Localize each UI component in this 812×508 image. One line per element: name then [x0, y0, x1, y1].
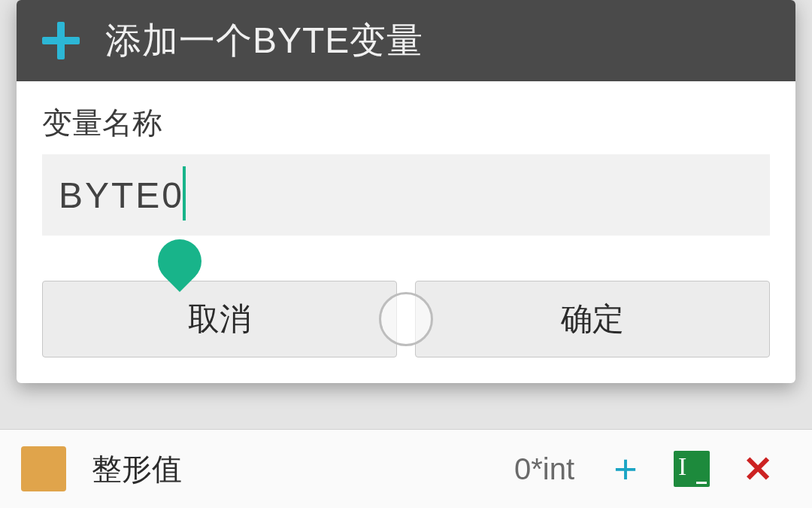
confirm-button[interactable]: 确定: [415, 281, 770, 357]
dialog-title: 添加一个BYTE变量: [105, 17, 423, 65]
touch-ripple: [379, 292, 433, 346]
add-variable-dialog: 添加一个BYTE变量 变量名称 BYTE0 取消 确定: [17, 0, 795, 383]
cancel-button[interactable]: 取消: [42, 281, 397, 357]
row-type-text: 0*int: [514, 452, 574, 486]
delete-icon[interactable]: ✕: [737, 448, 779, 490]
plus-icon: [42, 22, 80, 59]
insert-icon[interactable]: I: [671, 448, 713, 490]
input-value: BYTE0: [59, 175, 184, 216]
dialog-button-row: 取消 确定: [42, 281, 770, 357]
add-icon[interactable]: +: [604, 448, 647, 490]
dialog-header: 添加一个BYTE变量: [17, 0, 795, 81]
text-caret: [183, 166, 186, 221]
variable-name-input[interactable]: BYTE0: [42, 154, 770, 236]
variable-list-row: 整形值 0*int + I ✕: [0, 429, 812, 508]
dialog-body: 变量名称 BYTE0 取消 确定: [17, 81, 795, 383]
type-color-chip: [21, 446, 66, 491]
field-label: 变量名称: [42, 102, 770, 144]
row-label: 整形值: [92, 449, 514, 490]
